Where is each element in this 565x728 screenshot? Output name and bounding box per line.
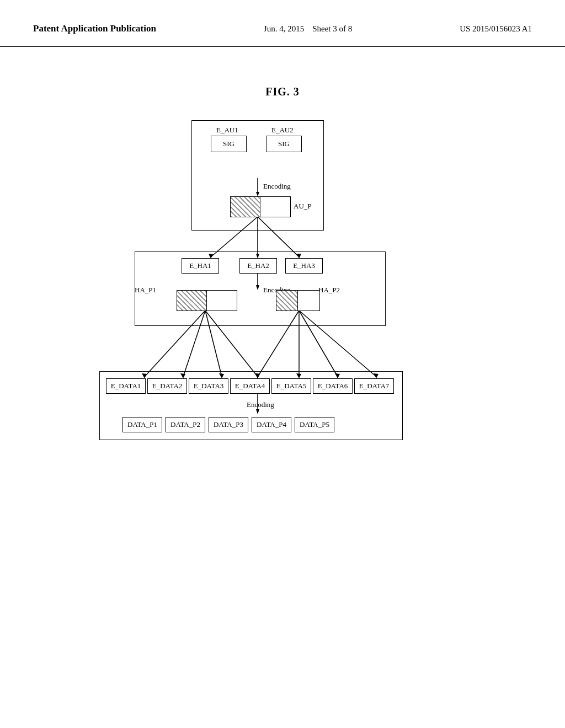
patent-number: US 2015/0156023 A1 (460, 22, 532, 35)
date-sheet: Jun. 4, 2015 Sheet 3 of 8 (264, 22, 352, 35)
figure-title: FIG. 3 (265, 85, 300, 98)
publication-date: Jun. 4, 2015 (264, 24, 304, 33)
bottom-section-border (99, 371, 403, 440)
publication-title: Patent Application Publication (33, 22, 156, 35)
mid-section-border (135, 251, 386, 326)
top-section-border (191, 120, 324, 231)
sheet-info: Sheet 3 of 8 (312, 24, 352, 33)
main-content: FIG. 3 (0, 52, 565, 528)
figure-3-diagram: E_AU1 E_AU2 SIG SIG Encoding AU_P E_HA1 (89, 115, 476, 528)
page-header: Patent Application Publication Jun. 4, 2… (0, 0, 565, 47)
